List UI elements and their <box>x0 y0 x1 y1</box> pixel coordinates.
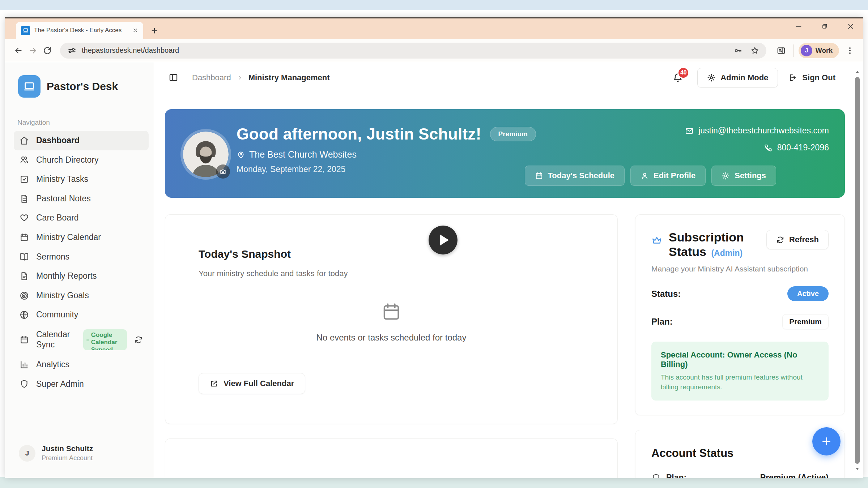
browser-profile-button[interactable]: J Work <box>799 43 839 58</box>
page-scrollbar[interactable] <box>853 69 861 471</box>
browser-window: The Pastor's Desk - Early Acces <box>5 17 863 478</box>
sidebar-toggle-icon[interactable] <box>169 73 178 82</box>
video-play-button[interactable] <box>429 226 458 254</box>
desktop-background-bottom <box>0 477 868 488</box>
refresh-icon <box>776 236 784 244</box>
location-pin-icon <box>237 150 245 159</box>
user-avatar: J <box>19 445 35 462</box>
status-label: Status: <box>651 289 681 299</box>
sidebar-item-calendar-sync[interactable]: Calendar Sync Google Calendar Synced <box>14 325 149 355</box>
tab-close-icon[interactable] <box>132 27 138 33</box>
mail-icon <box>685 127 694 135</box>
browser-menu-icon[interactable] <box>846 46 854 55</box>
window-maximize-button[interactable] <box>821 23 828 30</box>
play-icon <box>440 235 449 245</box>
notifications-button[interactable]: 40 <box>673 73 683 83</box>
sidebar-item-ministry-tasks[interactable]: Ministry Tasks <box>14 170 149 189</box>
nav-section-label: Navigation <box>5 119 154 127</box>
snapshot-subtitle: Your ministry schedule and tasks for tod… <box>199 269 596 278</box>
sidebar-item-care-board[interactable]: Care Board <box>14 208 149 228</box>
app-logo-icon <box>18 75 41 98</box>
plus-icon <box>821 436 832 447</box>
browser-titlebar: The Pastor's Desk - Early Acces <box>5 18 863 39</box>
check-square-icon <box>20 175 29 184</box>
users-icon <box>20 155 29 164</box>
sidebar-item-church-directory[interactable]: Church Directory <box>14 150 149 170</box>
bookmark-star-icon[interactable] <box>750 46 759 55</box>
scroll-up-icon[interactable] <box>855 69 860 75</box>
calendar-sync-icon <box>20 335 29 344</box>
password-key-icon[interactable] <box>734 46 743 55</box>
new-tab-button[interactable] <box>150 27 158 35</box>
toolbar-divider <box>793 44 793 57</box>
scroll-down-icon[interactable] <box>855 466 860 471</box>
main-area: Dashboard Ministry Management 40 Admin M… <box>154 62 863 478</box>
sidebar-user-block[interactable]: J Justin Schultz Premium Account <box>5 435 154 478</box>
app-name: Pastor's Desk <box>47 80 118 93</box>
bar-chart-icon <box>20 360 29 369</box>
browser-profile-label: Work <box>816 47 833 55</box>
sidebar-item-dashboard[interactable]: Dashboard <box>14 131 149 150</box>
sidebar-item-pastoral-notes[interactable]: Pastoral Notes <box>14 189 149 209</box>
settings-button[interactable]: Settings <box>711 166 776 186</box>
breadcrumb-parent[interactable]: Dashboard <box>192 73 231 82</box>
status-active-badge: Active <box>787 286 829 301</box>
sidebar-item-community[interactable]: Community <box>14 305 149 325</box>
subscription-subtitle: Manage your Ministry AI Assistant subscr… <box>651 265 829 273</box>
calendar-icon <box>381 301 402 322</box>
account-plan-label: Plan: <box>666 473 686 478</box>
profile-photo <box>183 132 229 177</box>
breadcrumb-current: Ministry Management <box>248 73 330 82</box>
shield-icon <box>20 379 29 389</box>
back-button[interactable] <box>14 46 23 55</box>
sidebar-item-ministry-calendar[interactable]: Ministry Calendar <box>14 228 149 247</box>
gear-icon <box>707 73 716 82</box>
window-minimize-button[interactable] <box>795 23 802 30</box>
reload-button[interactable] <box>43 46 52 55</box>
sidebar-item-monthly-reports[interactable]: Monthly Reports <box>14 266 149 286</box>
sidebar-item-super-admin[interactable]: Super Admin <box>14 374 149 394</box>
todays-schedule-button[interactable]: Today's Schedule <box>525 166 625 186</box>
camera-icon[interactable] <box>216 164 230 179</box>
shield-icon <box>651 473 661 478</box>
sidebar-item-sermons[interactable]: Sermons <box>14 247 149 267</box>
desktop-background-top <box>0 0 868 10</box>
plan-label: Plan: <box>651 317 673 327</box>
browser-tab[interactable]: The Pastor's Desk - Early Acces <box>16 22 143 39</box>
sync-refresh-icon[interactable] <box>134 335 143 344</box>
person-icon <box>641 172 649 180</box>
sidebar-item-ministry-goals[interactable]: Ministry Goals <box>14 286 149 305</box>
notice-body: This account has full premium features w… <box>661 373 819 392</box>
user-plan: Premium Account <box>42 454 93 462</box>
notice-title: Special Account: Owner Access (No Billin… <box>661 350 819 369</box>
breadcrumb: Dashboard Ministry Management <box>192 73 330 82</box>
browser-toolbar: thepastorsdesk.net/dashboard J Work <box>5 39 863 62</box>
snapshot-empty-state: No events or tasks scheduled for today <box>165 301 617 343</box>
admin-tag: (Admin) <box>711 248 743 258</box>
note-icon <box>20 194 29 204</box>
admin-mode-button[interactable]: Admin Mode <box>697 68 778 87</box>
dashboard-content: Good afternoon, Justin Schultz! Premium … <box>154 93 863 478</box>
sidebar-item-analytics[interactable]: Analytics <box>14 355 149 374</box>
forward-button[interactable] <box>28 46 38 55</box>
site-favicon-icon <box>21 26 30 35</box>
refresh-button[interactable]: Refresh <box>766 230 829 249</box>
book-open-icon <box>20 252 29 261</box>
phone-icon <box>764 144 773 152</box>
google-calendar-synced-badge: Google Calendar Synced <box>83 329 127 350</box>
report-icon <box>20 271 29 281</box>
side-panel-search-icon[interactable] <box>776 46 786 55</box>
account-plan-value: Premium (Active) <box>760 473 829 478</box>
add-fab-button[interactable] <box>812 427 841 455</box>
url-text: thepastorsdesk.net/dashboard <box>82 46 179 55</box>
email-line: justin@thebestchurchwebsites.com <box>685 126 829 136</box>
sign-out-button[interactable]: Sign Out <box>789 73 835 82</box>
edit-profile-button[interactable]: Edit Profile <box>630 166 706 186</box>
site-settings-icon[interactable] <box>67 46 77 55</box>
url-bar[interactable]: thepastorsdesk.net/dashboard <box>60 43 766 59</box>
current-date: Monday, September 22, 2025 <box>237 164 536 174</box>
view-full-calendar-button[interactable]: View Full Calendar <box>199 373 305 394</box>
scrollbar-thumb[interactable] <box>855 77 860 464</box>
window-close-button[interactable] <box>847 23 854 30</box>
todays-snapshot-card: Today's Snapshot Your ministry schedule … <box>165 214 618 424</box>
